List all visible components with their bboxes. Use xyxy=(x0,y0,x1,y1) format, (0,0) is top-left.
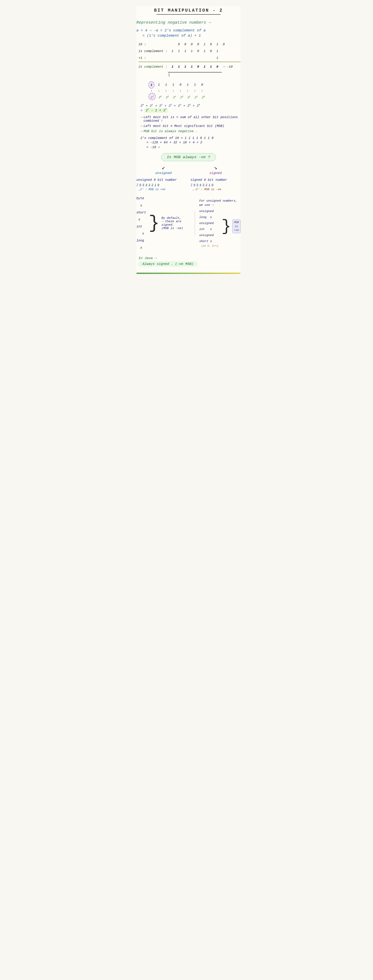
pw1: 21 xyxy=(193,95,199,99)
bit-2s-7: 0 xyxy=(215,64,220,70)
pw5: 25 xyxy=(164,95,170,99)
calc-line2: = -128 + 64 + 32 + 16 + 4 + 2 xyxy=(140,141,241,144)
bit-positions-block: 1 1 1 1 0 1 1 0 ↓ ↓ ↓ ↓ ↓ ↓ ↓ ↓ 27 26 25… xyxy=(148,81,241,100)
pw3: 23 xyxy=(179,95,185,99)
bits-10: 0 0 0 0 1 0 1 0 xyxy=(177,41,226,48)
bv1: 1 xyxy=(156,83,162,87)
bit-2s-1: 1 xyxy=(177,64,181,70)
desc-arrow: → these are signed. xyxy=(161,220,190,227)
signed-label: signed xyxy=(209,171,222,175)
s-idx-5: 5 xyxy=(196,183,198,187)
bv2: 1 xyxy=(163,83,169,87)
right-brace: } xyxy=(222,219,231,234)
left-brace: } xyxy=(149,215,159,231)
math-block: 20 + 21 + 22 + 23 + 24 + 25 + 26 = 27 - … xyxy=(140,104,241,112)
row-1s: 1s complement : 1 1 1 1 0 1 0 1 xyxy=(139,48,241,54)
complement-calc: 2's complement of 10 = 1 1 1 1 0 1 1 0 =… xyxy=(140,136,241,149)
java-heading-text: In Java → xyxy=(139,256,157,260)
page: BIT MANIPULATION - 2 Representing negati… xyxy=(136,6,241,274)
for-unsigned-label: For unsigned numbers, xyxy=(199,199,241,203)
u-idx-3: 3 xyxy=(148,183,150,187)
bit-10-1: 0 xyxy=(183,41,188,48)
pw4: 24 xyxy=(172,95,177,99)
ad7: ↓ xyxy=(199,89,205,92)
math-result: 27 - 1 < 27 xyxy=(144,108,168,113)
cpp-note: (in C, C++) xyxy=(199,245,241,247)
unsigned-branch: ↙ unsigned xyxy=(155,164,172,175)
u-idx-5: 5 xyxy=(142,183,144,187)
u-type-short: unsigned short x xyxy=(199,232,220,245)
formula-a-text: a = 4 → -a = 2's complement of a xyxy=(136,29,206,32)
bit-1s-7: 1 xyxy=(215,48,220,54)
unsigned-block-title: unsigned 8 bit number xyxy=(136,178,186,182)
s-idx-7: 7 xyxy=(191,183,192,187)
u-type-int: unsigned int x xyxy=(199,220,220,232)
type-long: long x xyxy=(136,237,147,251)
row-10: 10 : 0 0 0 0 1 0 1 0 xyxy=(139,41,241,48)
bit-p1-7: 1 xyxy=(215,55,220,61)
bit-10-6: 1 xyxy=(215,41,220,48)
calc-text2: = -128 + 64 + 32 + 16 + 4 + 2 xyxy=(147,141,202,144)
bit-p1-5 xyxy=(202,55,207,61)
types-left-group: byte x short x int x long x } xyxy=(136,195,159,251)
neg-numbers-heading: Representing negative numbers → xyxy=(136,20,241,25)
bit-1s-5: 1 xyxy=(202,48,207,54)
bit-p1-2 xyxy=(183,55,188,61)
unsigned-block: unsigned 8 bit number 7 6 5 4 3 2 1 0 ⌞2… xyxy=(136,178,186,191)
unsigned-types-group: unsigned long x unsigned int x unsigned … xyxy=(199,208,241,245)
title-area: BIT MANIPULATION - 2 xyxy=(136,6,241,14)
bit-1s-0: 1 xyxy=(171,48,175,54)
type-list: byte x short x int x long x xyxy=(136,195,147,251)
formula-b-text: = (1's complement of a) + 1 xyxy=(142,33,201,38)
unsigned-type-list: unsigned long x unsigned int x unsigned … xyxy=(199,208,220,245)
ad4: ↓ xyxy=(178,89,183,92)
math-line1: 20 + 21 + 22 + 23 + 24 + 25 + 26 xyxy=(140,104,241,108)
java-detail-text: Always signed . (-ve MSB) xyxy=(142,262,193,266)
bullet-arrow-2: → xyxy=(140,124,142,128)
java-heading: In Java → xyxy=(139,256,241,260)
bullet-2: → Left most bit ≡ Most significant bit (… xyxy=(140,124,241,128)
ad0: ↓ xyxy=(148,89,155,92)
u-type-long: unsigned long x xyxy=(199,208,220,220)
bits-1s: 1 1 1 1 0 1 0 1 xyxy=(171,48,220,54)
type-int: int x xyxy=(136,223,147,237)
row-10-label: 10 : xyxy=(139,41,177,48)
bullet-arrow-3: → xyxy=(140,129,142,133)
msb-badge: MSBis+ve xyxy=(233,220,241,233)
calc-text1: 2's complement of 10 = 1 1 1 1 0 1 1 0 xyxy=(140,136,214,140)
bullet-text-3: MSB bit is always negative . xyxy=(143,129,198,133)
bv4: 0 xyxy=(178,83,183,87)
complement-table: 10 : 0 0 0 0 1 0 1 0 1s complement : xyxy=(139,41,241,70)
signed-arrow: ↘ xyxy=(209,164,222,171)
u-idx-6: 6 xyxy=(139,183,141,187)
msb-question-box: Is MSB always -ve ? xyxy=(161,153,216,161)
bit-p1-3 xyxy=(190,55,194,61)
unsigned-msb-text: ⌞2⁷ : MSB is +ve xyxy=(139,188,165,191)
types-description: By default, → these are signed. (MSB is … xyxy=(161,216,190,230)
bit-p1-1 xyxy=(177,55,181,61)
bit-10-7: 0 xyxy=(222,41,226,48)
power-row: 27 26 25 24 23 22 21 20 xyxy=(148,93,241,100)
desc-msb: (MSB is -ve) xyxy=(161,227,190,230)
formula-b: = (1's complement of a) + 1 xyxy=(136,33,241,38)
bit-10-2: 0 xyxy=(190,41,194,48)
bullet-arrow-1: → xyxy=(140,116,142,119)
formula-a: a = 4 → -a = 2's complement of a xyxy=(136,29,241,32)
bit-10-4: 1 xyxy=(202,41,207,48)
bit-p1-0 xyxy=(171,55,175,61)
signed-block-title: signed 8 bit number xyxy=(191,178,241,182)
unsigned-arrow: ↙ xyxy=(155,164,172,171)
result-arrow: → xyxy=(223,64,225,70)
signed-msb-note: ⌞-2⁷ : MSB is -ve xyxy=(191,188,241,191)
bit-values-row: 1 1 1 1 0 1 1 0 xyxy=(148,81,241,89)
math-equals: = xyxy=(140,108,144,112)
bit-1s-1: 1 xyxy=(177,48,181,54)
type-short: short x xyxy=(136,209,147,223)
msb-question-area: Is MSB always -ve ? xyxy=(136,153,241,161)
row-2s: 2s complement : 1 1 1 1 0 1 1 0 → -10 xyxy=(139,63,241,70)
representing-negative-section: Representing negative numbers → a = 4 → … xyxy=(136,20,241,77)
unsigned-label: unsigned xyxy=(155,171,172,175)
s-idx-3: 3 xyxy=(202,183,204,187)
signed-branch: ↘ signed xyxy=(209,164,222,175)
signed-block: signed 8 bit number 7 6 5 4 3 2 1 0 ⌞-2⁷… xyxy=(191,178,241,191)
